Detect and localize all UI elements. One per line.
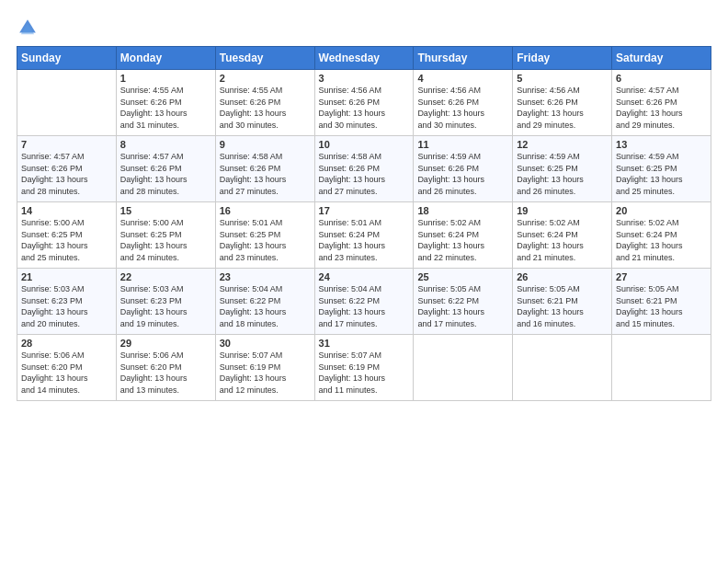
day-number: 10 [319,139,410,150]
calendar-cell: 27Sunrise: 5:05 AM Sunset: 6:21 PM Dayli… [612,269,711,335]
day-number: 15 [120,205,211,216]
calendar-cell: 16Sunrise: 5:01 AM Sunset: 6:25 PM Dayli… [215,202,314,269]
calendar-cell [414,335,513,401]
day-number: 17 [319,205,410,216]
header [17,17,711,39]
day-info: Sunrise: 5:04 AM Sunset: 6:22 PM Dayligh… [220,283,311,329]
calendar-cell: 10Sunrise: 4:58 AM Sunset: 6:26 PM Dayli… [314,136,414,202]
day-number: 9 [220,139,311,150]
calendar-cell: 18Sunrise: 5:02 AM Sunset: 6:24 PM Dayli… [414,202,513,269]
calendar-cell [612,335,711,401]
day-number: 30 [220,338,311,349]
day-info: Sunrise: 4:57 AM Sunset: 6:26 PM Dayligh… [21,151,112,197]
day-info: Sunrise: 4:56 AM Sunset: 6:26 PM Dayligh… [319,85,410,131]
week-row: 14Sunrise: 5:00 AM Sunset: 6:25 PM Dayli… [17,202,711,269]
day-number: 21 [21,271,112,282]
day-number: 1 [120,73,211,84]
day-number: 23 [220,271,311,282]
day-number: 25 [417,271,508,282]
day-number: 27 [616,271,707,282]
day-number: 2 [220,73,311,84]
day-number: 12 [517,139,608,150]
column-header-saturday: Saturday [612,47,711,70]
day-number: 4 [417,73,508,84]
day-number: 22 [120,271,211,282]
day-info: Sunrise: 5:05 AM Sunset: 6:22 PM Dayligh… [417,283,508,329]
calendar-cell: 4Sunrise: 4:56 AM Sunset: 6:26 PM Daylig… [414,70,513,136]
day-info: Sunrise: 5:07 AM Sunset: 6:19 PM Dayligh… [319,350,410,396]
calendar-cell: 2Sunrise: 4:55 AM Sunset: 6:26 PM Daylig… [215,70,314,136]
day-info: Sunrise: 5:06 AM Sunset: 6:20 PM Dayligh… [21,350,112,396]
week-row: 21Sunrise: 5:03 AM Sunset: 6:23 PM Dayli… [17,269,711,335]
day-info: Sunrise: 5:06 AM Sunset: 6:20 PM Dayligh… [120,350,211,396]
column-header-sunday: Sunday [17,47,117,70]
day-info: Sunrise: 5:05 AM Sunset: 6:21 PM Dayligh… [616,283,707,329]
calendar-cell: 25Sunrise: 5:05 AM Sunset: 6:22 PM Dayli… [414,269,513,335]
day-number: 18 [417,205,508,216]
logo [17,17,42,39]
calendar-cell [513,335,612,401]
day-info: Sunrise: 5:02 AM Sunset: 6:24 PM Dayligh… [616,217,707,263]
day-info: Sunrise: 4:56 AM Sunset: 6:26 PM Dayligh… [517,85,608,131]
day-number: 7 [21,139,112,150]
day-info: Sunrise: 4:58 AM Sunset: 6:26 PM Dayligh… [319,151,410,197]
day-info: Sunrise: 5:02 AM Sunset: 6:24 PM Dayligh… [517,217,608,263]
day-info: Sunrise: 5:07 AM Sunset: 6:19 PM Dayligh… [220,350,311,396]
day-number: 19 [517,205,608,216]
day-number: 26 [517,271,608,282]
calendar-cell: 7Sunrise: 4:57 AM Sunset: 6:26 PM Daylig… [17,136,117,202]
week-row: 1Sunrise: 4:55 AM Sunset: 6:26 PM Daylig… [17,70,711,136]
day-info: Sunrise: 5:00 AM Sunset: 6:25 PM Dayligh… [21,217,112,263]
calendar-cell: 29Sunrise: 5:06 AM Sunset: 6:20 PM Dayli… [116,335,215,401]
day-info: Sunrise: 4:57 AM Sunset: 6:26 PM Dayligh… [120,151,211,197]
week-row: 28Sunrise: 5:06 AM Sunset: 6:20 PM Dayli… [17,335,711,401]
day-number: 24 [319,271,410,282]
logo-icon [17,17,39,39]
day-info: Sunrise: 4:56 AM Sunset: 6:26 PM Dayligh… [417,85,508,131]
calendar-cell: 28Sunrise: 5:06 AM Sunset: 6:20 PM Dayli… [17,335,117,401]
day-info: Sunrise: 5:03 AM Sunset: 6:23 PM Dayligh… [120,283,211,329]
column-header-wednesday: Wednesday [314,47,414,70]
day-number: 14 [21,205,112,216]
day-info: Sunrise: 5:01 AM Sunset: 6:25 PM Dayligh… [220,217,311,263]
column-header-friday: Friday [513,47,612,70]
calendar-table: SundayMondayTuesdayWednesdayThursdayFrid… [17,46,711,401]
day-number: 20 [616,205,707,216]
calendar-cell: 21Sunrise: 5:03 AM Sunset: 6:23 PM Dayli… [17,269,117,335]
calendar-cell: 26Sunrise: 5:05 AM Sunset: 6:21 PM Dayli… [513,269,612,335]
calendar-cell: 14Sunrise: 5:00 AM Sunset: 6:25 PM Dayli… [17,202,117,269]
day-info: Sunrise: 4:59 AM Sunset: 6:25 PM Dayligh… [517,151,608,197]
calendar-cell: 9Sunrise: 4:58 AM Sunset: 6:26 PM Daylig… [215,136,314,202]
column-header-thursday: Thursday [414,47,513,70]
calendar-cell: 24Sunrise: 5:04 AM Sunset: 6:22 PM Dayli… [314,269,414,335]
day-info: Sunrise: 4:59 AM Sunset: 6:25 PM Dayligh… [616,151,707,197]
calendar-cell: 12Sunrise: 4:59 AM Sunset: 6:25 PM Dayli… [513,136,612,202]
calendar-cell: 11Sunrise: 4:59 AM Sunset: 6:26 PM Dayli… [414,136,513,202]
day-info: Sunrise: 5:04 AM Sunset: 6:22 PM Dayligh… [319,283,410,329]
calendar-cell: 15Sunrise: 5:00 AM Sunset: 6:25 PM Dayli… [116,202,215,269]
day-number: 5 [517,73,608,84]
day-number: 3 [319,73,410,84]
day-info: Sunrise: 4:55 AM Sunset: 6:26 PM Dayligh… [220,85,311,131]
day-number: 16 [220,205,311,216]
calendar-cell [17,70,117,136]
calendar-cell: 17Sunrise: 5:01 AM Sunset: 6:24 PM Dayli… [314,202,414,269]
day-info: Sunrise: 4:55 AM Sunset: 6:26 PM Dayligh… [120,85,211,131]
week-row: 7Sunrise: 4:57 AM Sunset: 6:26 PM Daylig… [17,136,711,202]
day-number: 8 [120,139,211,150]
column-header-monday: Monday [116,47,215,70]
calendar-cell: 22Sunrise: 5:03 AM Sunset: 6:23 PM Dayli… [116,269,215,335]
calendar-cell: 19Sunrise: 5:02 AM Sunset: 6:24 PM Dayli… [513,202,612,269]
calendar-cell: 5Sunrise: 4:56 AM Sunset: 6:26 PM Daylig… [513,70,612,136]
calendar-cell: 8Sunrise: 4:57 AM Sunset: 6:26 PM Daylig… [116,136,215,202]
day-info: Sunrise: 4:59 AM Sunset: 6:26 PM Dayligh… [417,151,508,197]
calendar-cell: 31Sunrise: 5:07 AM Sunset: 6:19 PM Dayli… [314,335,414,401]
day-info: Sunrise: 4:58 AM Sunset: 6:26 PM Dayligh… [220,151,311,197]
day-number: 29 [120,338,211,349]
calendar-cell: 13Sunrise: 4:59 AM Sunset: 6:25 PM Dayli… [612,136,711,202]
calendar-cell: 20Sunrise: 5:02 AM Sunset: 6:24 PM Dayli… [612,202,711,269]
header-row: SundayMondayTuesdayWednesdayThursdayFrid… [17,47,711,70]
calendar-cell: 6Sunrise: 4:57 AM Sunset: 6:26 PM Daylig… [612,70,711,136]
day-info: Sunrise: 5:01 AM Sunset: 6:24 PM Dayligh… [319,217,410,263]
calendar-cell: 30Sunrise: 5:07 AM Sunset: 6:19 PM Dayli… [215,335,314,401]
